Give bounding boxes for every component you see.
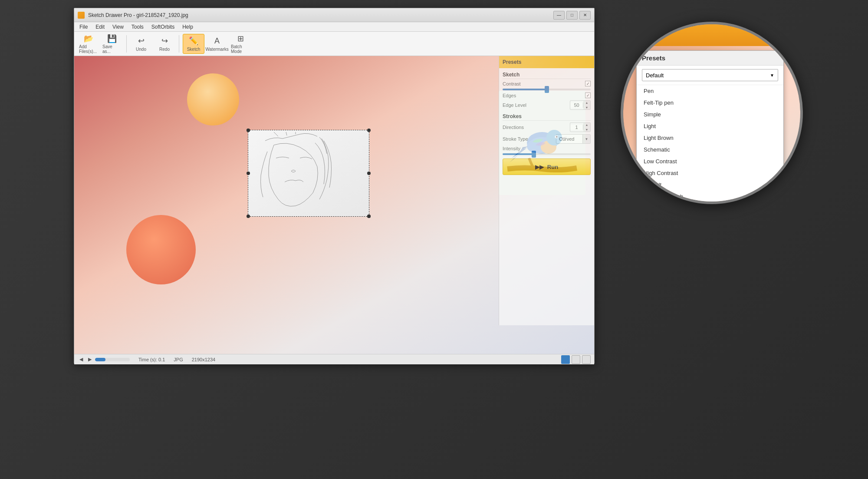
undo-button[interactable]: ↩ Undo [130,34,152,54]
window-title: Sketch Drawer Pro - girl-2185247_1920.jp… [88,12,553,18]
handle-bl[interactable] [247,215,250,218]
stroke-type-row: Stroke Type Curved ▼ [503,134,591,144]
intensity-row: Intensity [503,146,591,151]
edges-checkbox[interactable] [585,92,591,98]
redo-button[interactable]: ↪ Redo [154,34,175,54]
dropdown-item-2[interactable]: Simple [637,109,783,120]
title-bar: Sketch Drawer Pro - girl-2185247_1920.jp… [74,8,594,22]
toolbar-separator-2 [179,35,179,53]
dimensions-status: 2190x1234 [192,357,215,362]
sketch-button[interactable]: ✏️ Sketch [183,34,204,54]
stroke-type-combo[interactable]: Curved ▼ [556,134,591,144]
minimize-button[interactable]: — [553,11,565,20]
status-icon-1[interactable] [561,355,570,364]
red-ball [126,215,196,284]
magnifier: Presets Default ▼ PenFelt-Tip penSimpleL… [621,22,803,204]
menu-bar: File Edit View Tools SoftOrbits Help [74,22,594,32]
run-icon: ▶▶ [535,164,544,170]
dropdown-item-8[interactable]: Default [637,179,783,191]
batch-icon: ⊞ [235,34,246,43]
contrast-slider[interactable] [503,89,591,90]
status-icon-2[interactable] [572,355,580,364]
presets-list: PenFelt-Tip penSimpleLightLight BrownSch… [637,85,783,204]
contrast-checkbox[interactable] [585,81,591,86]
edge-level-spinbox[interactable]: 50 ▲ ▼ [570,100,591,110]
dropdown-item-0[interactable]: Pen [637,85,783,97]
next-btn[interactable]: ▶ [86,357,93,362]
watermark-button[interactable]: A Watermarks [206,34,228,54]
presets-select-box[interactable]: Default ▼ [642,69,778,81]
handle-tr[interactable] [367,129,371,132]
redo-icon: ↪ [159,36,170,46]
status-icon-3[interactable] [582,355,591,364]
content-area: Presets Sketch Contrast Edges Edge Level… [74,56,594,354]
section-sketch: Sketch [503,72,591,79]
dropdown-item-4[interactable]: Light Brown [637,132,783,144]
menu-edit[interactable]: Edit [92,23,108,31]
app-window: Sketch Drawer Pro - girl-2185247_1920.jp… [74,8,595,364]
right-panel-bg: Presets Sketch Contrast Edges Edge Level… [499,56,594,325]
close-button[interactable]: ✕ [579,11,591,20]
maximize-button[interactable]: □ [566,11,578,20]
save-as-button[interactable]: 💾 Save as... [101,34,123,54]
dir-spin-down[interactable]: ▼ [583,127,590,132]
handle-br[interactable] [367,215,371,218]
dropdown-item-6[interactable]: Low Contrast [637,155,783,167]
edges-row: Edges [503,92,591,98]
dropdown-arrow-icon: ▼ [770,73,774,78]
sketch-region[interactable] [248,130,369,217]
combo-arrow-icon[interactable]: ▼ [582,135,590,143]
format-status: JPG [174,357,183,362]
sketch-content [248,130,369,216]
selected-preset-label: Default [646,72,664,79]
presets-select-row: Default ▼ [637,66,783,85]
prev-btn[interactable]: ◀ [78,357,85,362]
handle-tl[interactable] [247,129,250,132]
sketch-svg [252,132,365,215]
magnifier-top-bar [623,24,800,46]
app-icon [78,12,85,19]
toolbar: 📂 Add Files(s)... 💾 Save as... ↩ Undo ↪ … [74,32,594,56]
presets-title: Presets [637,51,783,66]
undo-icon: ↩ [136,36,146,46]
time-status: Time (s): 0.1 [138,357,165,362]
handle-ml[interactable] [247,172,250,175]
panel-presets-tab: Presets [499,56,594,68]
batch-mode-button[interactable]: ⊞ Batch Mode [230,34,251,54]
menu-help[interactable]: Help [179,23,197,31]
directions-spinbox[interactable]: 1 ▲ ▼ [570,122,591,132]
menu-file[interactable]: File [76,23,91,31]
spin-down[interactable]: ▼ [583,105,590,110]
menu-tools[interactable]: Tools [128,23,147,31]
handle-mr[interactable] [367,172,371,175]
dropdown-item-1[interactable]: Felt-Tip pen [637,97,783,109]
dropdown-item-9[interactable]: Detailed Sketch [637,191,783,202]
progress-bar [95,358,130,361]
menu-softorbits[interactable]: SoftOrbits [148,23,178,31]
dropdown-item-7[interactable]: High Contrast [637,167,783,179]
add-files-icon: 📂 [83,34,94,43]
orange-ball [187,73,239,126]
spin-up[interactable]: ▲ [583,100,590,105]
dropdown-item-5[interactable]: Schematic [637,144,783,155]
dropdown-item-3[interactable]: Light [637,120,783,132]
add-files-button[interactable]: 📂 Add Files(s)... [78,34,99,54]
edge-level-row: Edge Level 50 ▲ ▼ [503,100,591,110]
window-controls: — □ ✕ [553,11,591,20]
sketch-icon: ✏️ [188,36,199,46]
watermark-icon: A [212,36,222,46]
toolbar-separator-1 [126,35,127,53]
status-icons [561,355,591,364]
presets-dropdown[interactable]: Presets Default ▼ PenFelt-Tip penSimpleL… [636,50,784,204]
run-button[interactable]: ▶▶ Run [503,159,591,175]
save-icon: 💾 [107,34,117,43]
section-strokes: Strokes [503,113,591,121]
status-bar: ◀ ▶ Time (s): 0.1 JPG 2190x1234 [74,354,594,364]
intensity-slider[interactable] [503,153,591,155]
nav-arrows: ◀ ▶ [78,357,130,362]
progress-fill [95,358,105,361]
menu-view[interactable]: View [109,23,127,31]
dir-spin-up[interactable]: ▲ [583,122,590,127]
directions-row: Directions 1 ▲ ▼ [503,122,591,132]
